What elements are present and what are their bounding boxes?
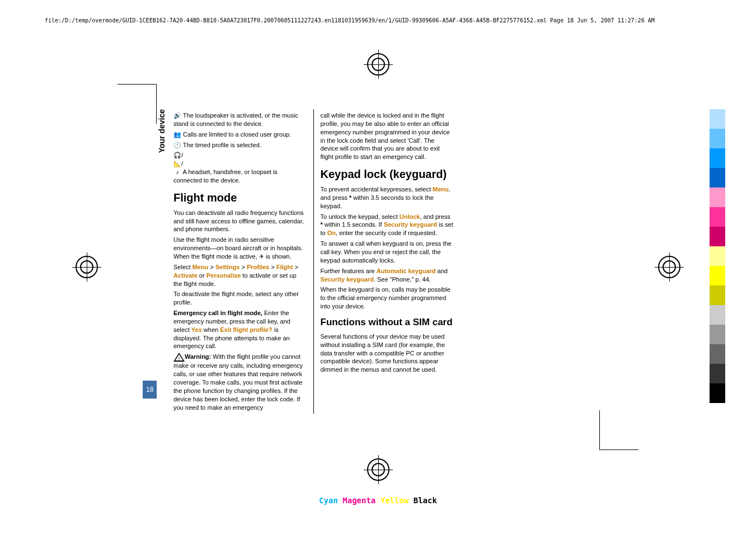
deactivate-text: To deactivate the flight mode, select an…	[173, 290, 307, 307]
crop-corner-tl	[118, 84, 157, 93]
file-path-header: file:/D:/temp/overmode/GUID-1CEEB162-7A2…	[45, 17, 655, 25]
page: file:/D:/temp/overmode/GUID-1CEEB162-7A2…	[0, 0, 756, 534]
registration-mark-bottom	[367, 458, 389, 481]
warning-icon: !	[173, 353, 185, 362]
keyguard-p2: To unlock the keypad, select Unlock, and…	[321, 213, 454, 238]
keyguard-p3: To answer a call when keyguard is on, pr…	[321, 240, 454, 265]
group-icon: 👥	[173, 130, 181, 139]
keyguard-p1: To prevent accidental keypresses, select…	[321, 185, 454, 210]
closed-group-text: 👥 Calls are limited to a closed user gro…	[173, 130, 307, 139]
keyguard-heading: Keypad lock (keyguard)	[321, 167, 454, 182]
loudspeaker-text: 🔊 The loudspeaker is activated, or the m…	[173, 111, 307, 128]
registration-mark-top	[367, 53, 389, 76]
flight-mode-heading: Flight mode	[173, 190, 307, 205]
clock-icon: 🕐	[173, 141, 181, 149]
timed-profile-text: 🕐 The timed profile is selected.	[173, 141, 307, 149]
col2-cont: call while the device is locked and in t…	[321, 111, 454, 161]
plane-icon: ✈	[259, 253, 264, 260]
keyguard-p4: Further features are Automatic keyguard …	[321, 267, 454, 284]
color-labels: Cyan Magenta Yellow Black	[319, 495, 437, 506]
color-calibration-bar	[710, 109, 725, 403]
sim-heading: Functions without a SIM card	[321, 316, 454, 329]
page-number: 18	[143, 381, 157, 399]
headset-text: 🎧/📐/♪ A headset, handsfree, or loopset i…	[173, 151, 307, 184]
warning-text: !Warning: With the flight profile you ca…	[173, 353, 307, 411]
emergency-text: Emergency call in flight mode, Enter the…	[173, 309, 307, 350]
svg-text:!: !	[179, 355, 180, 361]
section-label: Your device	[157, 109, 167, 153]
crop-corner-br	[599, 441, 638, 450]
registration-mark-left	[76, 256, 98, 278]
column-2: call while the device is locked and in t…	[313, 109, 454, 414]
content-area: 🔊 The loudspeaker is activated, or the m…	[173, 109, 453, 414]
keyguard-p5: When the keyguard is on, calls may be po…	[321, 285, 454, 311]
flight-p1: You can deactivate all radio frequency f…	[173, 209, 307, 234]
speaker-icon: 🔊	[173, 111, 181, 120]
column-1: 🔊 The loudspeaker is activated, or the m…	[173, 109, 307, 414]
headset-icon: 🎧/📐/♪	[173, 151, 181, 176]
registration-mark-right	[658, 256, 680, 278]
sim-text: Several functions of your device may be …	[321, 332, 454, 374]
flight-menu-path: Select Menu > Settings > Profiles > Flig…	[173, 263, 307, 288]
flight-p2: Use the flight mode in radio sensitive e…	[173, 236, 307, 261]
